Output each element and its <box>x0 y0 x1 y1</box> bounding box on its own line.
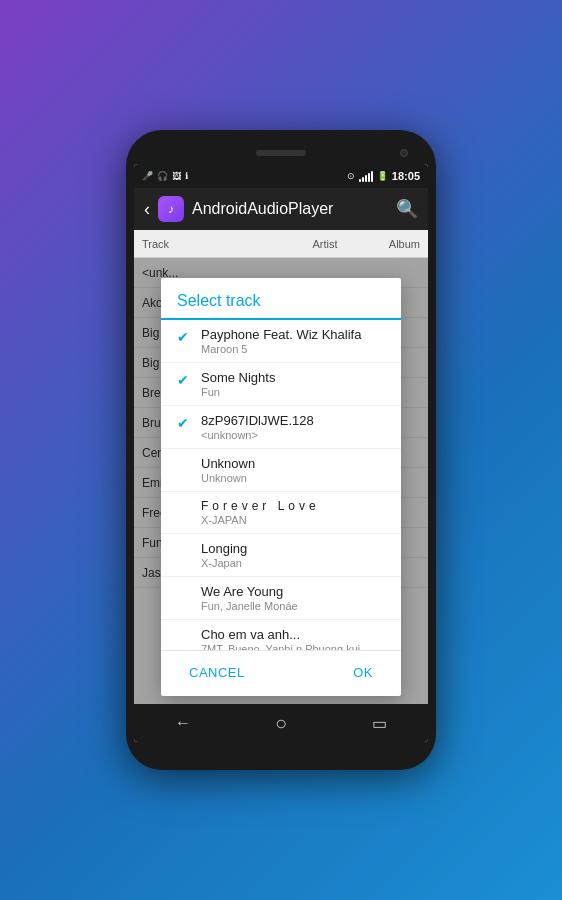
check-icon-8zp: ✔ <box>177 415 191 431</box>
app-icon-symbol: ♪ <box>168 202 174 216</box>
item-title-we-are-young: We Are Young <box>201 584 298 599</box>
signal-bar-4 <box>368 173 370 182</box>
dialog-item-forever-love[interactable]: ✔ Forever Love X-JAPAN <box>161 492 401 534</box>
front-camera <box>400 149 408 157</box>
back-button[interactable]: ‹ <box>144 199 150 220</box>
item-subtitle-8zp: <unknown> <box>201 429 314 441</box>
col-track: Track <box>142 238 280 250</box>
search-button[interactable]: 🔍 <box>396 198 418 220</box>
battery-icon: 🔋 <box>377 171 388 181</box>
wifi-icon: ⊙ <box>347 171 355 181</box>
track-list: <unk... Akon... Big B... Big T... Brett.… <box>134 258 428 704</box>
back-nav-button[interactable]: ← <box>165 714 201 732</box>
item-text-cho-em: Cho em va anh... 7MT, Bueno, Yanbi n Phu… <box>201 627 360 650</box>
phone-shell: 🎤 🎧 🖼 ℹ ⊙ 🔋 18:05 ‹ <box>126 130 436 770</box>
status-time: 18:05 <box>392 170 420 182</box>
check-icon-payphone: ✔ <box>177 329 191 345</box>
recent-nav-button[interactable]: ▭ <box>361 714 397 733</box>
signal-bar-2 <box>362 177 364 182</box>
status-left-icons: 🎤 🎧 🖼 ℹ <box>142 171 188 181</box>
home-nav-button[interactable]: ○ <box>263 712 299 735</box>
app-icon: ♪ <box>158 196 184 222</box>
item-subtitle-unknown: Unknown <box>201 472 255 484</box>
status-right-icons: ⊙ 🔋 18:05 <box>347 170 420 182</box>
col-album: Album <box>370 238 420 250</box>
item-text-longing: Longing X-Japan <box>201 541 247 569</box>
status-bar: 🎤 🎧 🖼 ℹ ⊙ 🔋 18:05 <box>134 164 428 188</box>
info-icon: ℹ <box>185 171 188 181</box>
item-title-cho-em: Cho em va anh... <box>201 627 360 642</box>
dialog-item-some-nights[interactable]: ✔ Some Nights Fun <box>161 363 401 406</box>
column-headers: Track Artist Album <box>134 230 428 258</box>
item-text-unknown: Unknown Unknown <box>201 456 255 484</box>
app-title: AndroidAudioPlayer <box>192 200 388 218</box>
dialog-title: Select track <box>161 278 401 320</box>
dialog-overlay: Select track ✔ Payphone Feat. Wiz Khalif… <box>134 258 428 704</box>
item-title-unknown: Unknown <box>201 456 255 471</box>
image-icon: 🖼 <box>172 171 181 181</box>
dialog-item-payphone[interactable]: ✔ Payphone Feat. Wiz Khalifa Maroon 5 <box>161 320 401 363</box>
dialog-list[interactable]: ✔ Payphone Feat. Wiz Khalifa Maroon 5 ✔ … <box>161 320 401 650</box>
item-subtitle-forever-love: X-JAPAN <box>201 514 320 526</box>
item-subtitle-cho-em: 7MT, Bueno, Yanbi n Phuong kui <box>201 643 360 650</box>
item-title-longing: Longing <box>201 541 247 556</box>
check-icon-some-nights: ✔ <box>177 372 191 388</box>
item-subtitle-payphone: Maroon 5 <box>201 343 361 355</box>
phone-top-bar <box>134 142 428 164</box>
mic-icon: 🎤 <box>142 171 153 181</box>
dialog-item-unknown[interactable]: ✔ Unknown Unknown <box>161 449 401 492</box>
cancel-button[interactable]: Cancel <box>177 659 257 686</box>
select-track-dialog: Select track ✔ Payphone Feat. Wiz Khalif… <box>161 278 401 696</box>
screen: 🎤 🎧 🖼 ℹ ⊙ 🔋 18:05 ‹ <box>134 164 428 742</box>
phone-bottom <box>134 742 428 758</box>
item-subtitle-longing: X-Japan <box>201 557 247 569</box>
item-title-some-nights: Some Nights <box>201 370 275 385</box>
dialog-item-longing[interactable]: ✔ Longing X-Japan <box>161 534 401 577</box>
ok-button[interactable]: OK <box>341 659 385 686</box>
headset-icon: 🎧 <box>157 171 168 181</box>
item-subtitle-we-are-young: Fun, Janelle Monáe <box>201 600 298 612</box>
col-artist: Artist <box>280 238 370 250</box>
signal-bar-1 <box>359 179 361 182</box>
dialog-item-cho-em[interactable]: ✔ Cho em va anh... 7MT, Bueno, Yanbi n P… <box>161 620 401 650</box>
item-text-some-nights: Some Nights Fun <box>201 370 275 398</box>
item-title-8zp: 8zP967IDlJWE.128 <box>201 413 314 428</box>
signal-bar-5 <box>371 171 373 182</box>
item-title-payphone: Payphone Feat. Wiz Khalifa <box>201 327 361 342</box>
item-subtitle-some-nights: Fun <box>201 386 275 398</box>
item-title-forever-love: Forever Love <box>201 499 320 513</box>
speaker <box>256 150 306 156</box>
dialog-item-8zp[interactable]: ✔ 8zP967IDlJWE.128 <unknown> <box>161 406 401 449</box>
item-text-forever-love: Forever Love X-JAPAN <box>201 499 320 526</box>
dialog-item-we-are-young[interactable]: ✔ We Are Young Fun, Janelle Monáe <box>161 577 401 620</box>
signal-bar-3 <box>365 175 367 182</box>
dialog-actions: Cancel OK <box>161 650 401 696</box>
item-text-payphone: Payphone Feat. Wiz Khalifa Maroon 5 <box>201 327 361 355</box>
signal-bars <box>359 170 373 182</box>
item-text-we-are-young: We Are Young Fun, Janelle Monáe <box>201 584 298 612</box>
nav-bar: ← ○ ▭ <box>134 704 428 742</box>
item-text-8zp: 8zP967IDlJWE.128 <unknown> <box>201 413 314 441</box>
app-bar: ‹ ♪ AndroidAudioPlayer 🔍 <box>134 188 428 230</box>
